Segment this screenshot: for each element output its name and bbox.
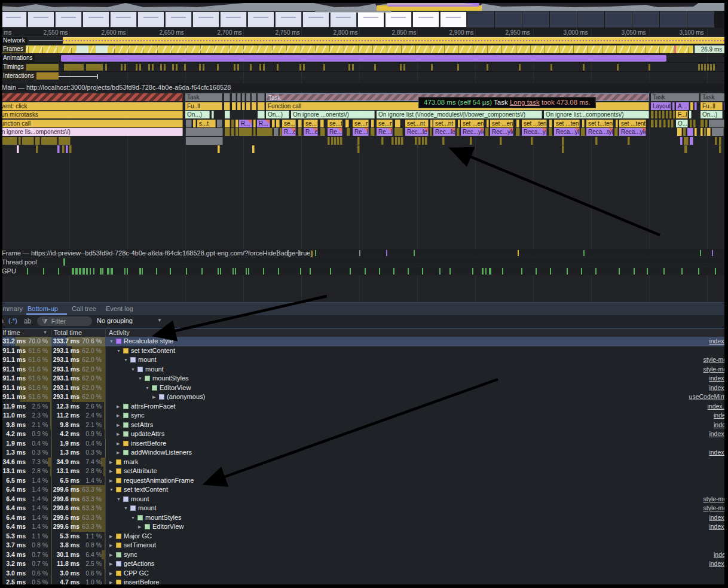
flame-bar[interactable] (582, 120, 585, 127)
flame-bar[interactable] (394, 128, 403, 136)
table-row[interactable]: 291.1 ms61.6 %293.1 ms62.0 %▶(anonymous)… (0, 392, 728, 402)
flame-bar[interactable] (663, 120, 666, 127)
collapse-icon[interactable]: ▼ (109, 485, 116, 495)
flame-bar[interactable] (258, 102, 265, 110)
flame-bar[interactable]: Reca...yle (522, 128, 547, 136)
expand-icon[interactable]: ▶ (117, 429, 123, 439)
expand-icon[interactable]: ▶ (117, 411, 123, 421)
expand-icon[interactable]: ▶ (152, 392, 159, 402)
flame-bar[interactable] (340, 137, 342, 145)
total-time-column-header[interactable]: Total time (54, 329, 82, 336)
expand-icon[interactable]: ▶ (109, 467, 116, 476)
flame-bar[interactable] (328, 137, 330, 145)
threadpool-track[interactable]: Thread pool (0, 258, 728, 266)
flame-bar[interactable] (485, 128, 489, 136)
flame-bar[interactable] (231, 128, 234, 136)
flame-bar[interactable]: Re...le (353, 128, 369, 136)
flame-bar[interactable] (395, 137, 397, 145)
flame-bar[interactable] (425, 137, 427, 145)
tab-call-tree[interactable]: Call tree (72, 303, 96, 315)
flame-bar[interactable] (549, 128, 552, 136)
flame-bar[interactable] (331, 137, 334, 145)
flame-bar[interactable]: set...nt (433, 120, 455, 127)
flame-bar[interactable] (701, 128, 703, 136)
network-requests-bar[interactable] (63, 37, 728, 44)
activity-name[interactable]: attrsFromFacet (131, 403, 176, 410)
table-row[interactable]: 34.6 ms7.3 %34.9 ms7.4 %▶mark (0, 458, 728, 467)
activity-name[interactable]: mount (138, 504, 157, 511)
flame-bar[interactable] (719, 137, 721, 145)
flame-bar[interactable] (457, 128, 460, 136)
flame-bar[interactable]: Layout (651, 102, 671, 110)
activity-name[interactable]: updateAttrs (131, 430, 164, 437)
flame-bar[interactable]: Function call (0, 120, 183, 127)
table-row[interactable]: 13.1 ms2.8 %13.1 ms2.8 %▶setAttribute (0, 467, 728, 476)
table-row[interactable]: 5.3 ms1.1 %5.3 ms1.1 %▶Major GC (0, 532, 728, 541)
flame-bar[interactable] (66, 145, 68, 153)
flame-bar[interactable] (298, 128, 302, 136)
expand-icon[interactable]: ▶ (109, 458, 116, 467)
flame-bar[interactable] (712, 128, 724, 136)
flame-bar[interactable]: Rec...yle (461, 128, 484, 136)
flame-bar[interactable] (252, 145, 255, 153)
flame-bar[interactable] (581, 128, 585, 136)
flame-bar[interactable] (655, 111, 657, 118)
flame-bar[interactable] (415, 137, 417, 145)
flame-bar[interactable] (246, 93, 250, 101)
filmstrip-thumbnail[interactable] (632, 11, 659, 28)
flame-bar[interactable] (701, 120, 704, 127)
flame-bar[interactable] (225, 111, 230, 118)
flame-bar[interactable] (276, 120, 280, 127)
table-row[interactable]: 291.1 ms61.6 %293.1 ms62.0 %▼mountStyles… (0, 374, 728, 383)
flame-bar[interactable] (442, 137, 445, 145)
flame-bar[interactable] (689, 111, 692, 118)
flame-bar[interactable]: se...nt (377, 120, 393, 127)
flame-bar[interactable] (231, 120, 234, 127)
source-link[interactable]: useCodeMirror (689, 392, 728, 402)
flame-bar[interactable] (357, 145, 360, 153)
flame-bar[interactable]: On ignore ...onents\/) (291, 111, 375, 118)
flame-bar[interactable]: Rec...le (433, 128, 455, 136)
activity-name[interactable]: requestAnimationFrame (124, 477, 194, 484)
flame-bar[interactable] (418, 137, 421, 145)
flame-bar[interactable] (616, 120, 618, 127)
filmstrip-thumbnail[interactable] (247, 11, 274, 28)
flame-bar[interactable] (347, 128, 350, 136)
flame-bar[interactable] (704, 128, 706, 136)
filmstrip-thumbnail[interactable] (110, 11, 137, 28)
flame-bar[interactable]: se...t (282, 120, 296, 127)
flame-bar[interactable]: set...nt (405, 120, 429, 127)
filmstrip-thumbnail[interactable] (220, 11, 247, 28)
flame-bar[interactable]: set ...ent (461, 120, 484, 127)
expand-icon[interactable]: ▶ (109, 559, 116, 569)
flame-bar[interactable] (217, 120, 222, 127)
flame-bar[interactable]: Rec...yle (490, 128, 513, 136)
flame-bar[interactable] (683, 128, 686, 136)
interactions-track[interactable]: Interactions (0, 72, 728, 81)
filmstrip-thumbnail[interactable] (467, 11, 494, 28)
table-row[interactable]: 6.4 ms1.4 %299.6 ms63.3 %▼set textConten… (0, 485, 728, 495)
table-row[interactable]: 6.4 ms1.4 %299.6 ms63.3 %▼mountstyle-mod (0, 495, 728, 504)
flame-bar[interactable] (239, 128, 252, 136)
collapse-icon[interactable]: ▼ (138, 374, 145, 383)
flame-bar[interactable] (651, 111, 654, 118)
flame-bar[interactable] (272, 120, 275, 127)
flame-bar[interactable] (237, 102, 241, 110)
activity-name[interactable]: mount (145, 365, 164, 373)
tooltip-long-task-link[interactable]: Long task (510, 99, 540, 106)
activity-name[interactable]: insertBefore (131, 440, 166, 447)
flame-bar[interactable] (562, 137, 564, 145)
table-row[interactable]: 3.4 ms0.7 %30.1 ms6.4 %▶syncindex. (0, 550, 728, 560)
flame-bar[interactable] (669, 111, 672, 118)
flame-bar[interactable]: On ignore list (\/node_modules\/|\/bower… (377, 111, 542, 118)
flame-bar[interactable] (381, 137, 384, 145)
flame-bar[interactable] (562, 145, 564, 153)
flame-bar[interactable]: set ...tent (522, 120, 547, 127)
table-row[interactable]: 6.4 ms1.4 %299.6 ms63.3 %▼mountStylesind… (0, 513, 728, 523)
flame-bar[interactable] (337, 137, 339, 145)
flame-bar[interactable] (651, 120, 654, 127)
filmstrip-thumbnail[interactable] (385, 11, 412, 28)
flame-bar[interactable]: R...e (282, 128, 296, 136)
flame-bar[interactable] (59, 137, 71, 145)
flame-bar[interactable] (253, 120, 256, 127)
